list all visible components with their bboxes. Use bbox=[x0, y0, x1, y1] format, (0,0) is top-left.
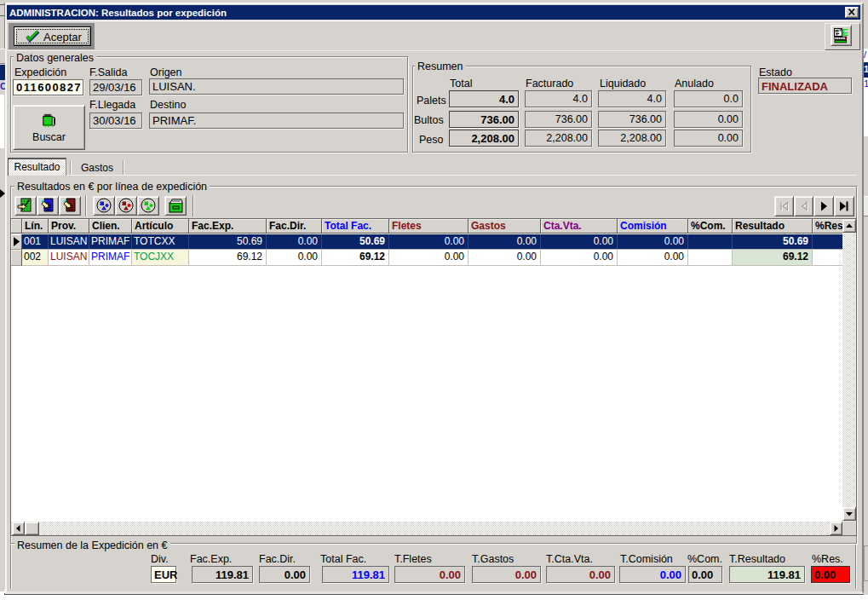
svg-text:E: E bbox=[842, 28, 848, 38]
